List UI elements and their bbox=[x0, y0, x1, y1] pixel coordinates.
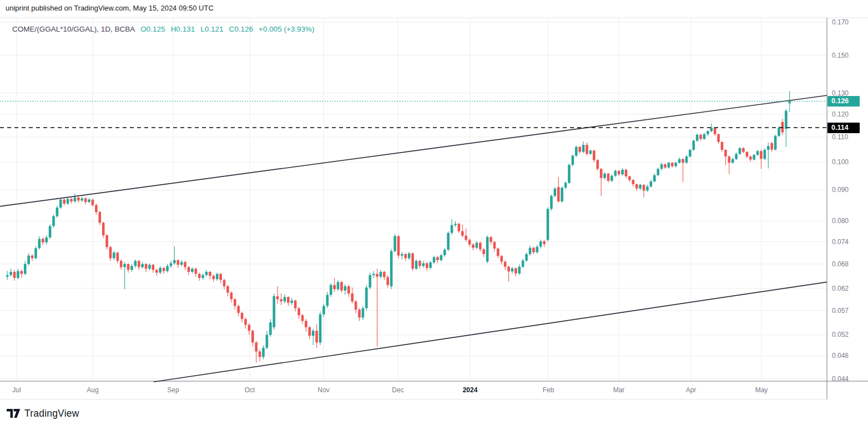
candle bbox=[557, 177, 560, 203]
candle bbox=[80, 196, 83, 202]
candle bbox=[760, 149, 763, 169]
candle bbox=[113, 251, 115, 260]
price-tick-label: 0.062 bbox=[832, 285, 849, 292]
price-tick-label: 0.044 bbox=[832, 375, 849, 383]
candle bbox=[489, 236, 492, 244]
candle bbox=[493, 241, 496, 251]
candle bbox=[653, 174, 656, 183]
time-tick-month: Mar bbox=[613, 386, 625, 394]
candle bbox=[369, 272, 371, 289]
candle bbox=[436, 256, 439, 263]
candle bbox=[340, 281, 343, 292]
candle bbox=[287, 296, 290, 306]
candle bbox=[198, 272, 201, 281]
candle bbox=[564, 181, 567, 190]
candle bbox=[507, 266, 510, 282]
candle bbox=[454, 221, 457, 227]
candle bbox=[596, 159, 599, 171]
candle bbox=[668, 161, 670, 169]
candle bbox=[447, 231, 450, 251]
candle bbox=[646, 185, 649, 192]
candle bbox=[337, 280, 340, 291]
candle bbox=[397, 235, 400, 258]
candle bbox=[305, 319, 307, 332]
legend-low: L0.121 bbox=[200, 25, 223, 33]
price-tick-label: 0.120 bbox=[832, 110, 849, 118]
candle bbox=[77, 196, 80, 203]
candle bbox=[610, 174, 613, 182]
time-tick-month: Oct bbox=[245, 386, 255, 394]
candle bbox=[393, 234, 396, 253]
candle bbox=[429, 261, 432, 269]
candle bbox=[674, 161, 677, 168]
candle bbox=[774, 135, 777, 151]
dashed-line-price-label: 0.114 bbox=[827, 123, 860, 133]
candle bbox=[767, 143, 770, 169]
candle bbox=[692, 139, 695, 151]
candle bbox=[724, 149, 727, 165]
candle bbox=[166, 264, 169, 273]
candle bbox=[92, 199, 94, 207]
candle bbox=[347, 285, 350, 297]
candle bbox=[500, 255, 503, 265]
candle bbox=[525, 252, 528, 262]
candle bbox=[88, 198, 90, 203]
candle bbox=[42, 237, 44, 245]
time-tick-month: Nov bbox=[317, 386, 329, 394]
candle bbox=[17, 269, 19, 279]
candle bbox=[84, 197, 87, 204]
candle bbox=[756, 150, 759, 156]
price-tick-label: 0.090 bbox=[832, 186, 849, 194]
price-tick-label: 0.080 bbox=[832, 217, 849, 225]
candle bbox=[433, 256, 436, 264]
time-tick-month: May bbox=[755, 386, 768, 394]
candle bbox=[141, 262, 144, 269]
candle bbox=[628, 176, 631, 182]
time-tick-month: Aug bbox=[87, 386, 98, 394]
candle bbox=[244, 317, 247, 328]
candle bbox=[482, 248, 485, 257]
candle bbox=[330, 284, 332, 297]
candle bbox=[24, 261, 27, 275]
footer-brand[interactable]: TradingView bbox=[7, 408, 79, 419]
candle bbox=[383, 271, 386, 280]
candle bbox=[443, 248, 446, 256]
candle bbox=[518, 264, 521, 275]
candle bbox=[134, 259, 137, 267]
candle bbox=[259, 350, 261, 362]
candle bbox=[476, 241, 478, 249]
candle bbox=[176, 259, 179, 267]
time-tick-month: Dec bbox=[392, 386, 403, 394]
candle bbox=[237, 305, 240, 316]
candle bbox=[660, 163, 663, 170]
candle bbox=[532, 247, 535, 254]
candle bbox=[6, 271, 9, 280]
candle bbox=[749, 156, 752, 162]
candle bbox=[326, 292, 329, 308]
candle bbox=[671, 162, 674, 168]
candle bbox=[109, 246, 112, 261]
candle bbox=[650, 180, 653, 188]
candle bbox=[45, 235, 48, 245]
time-tick-month: Feb bbox=[543, 386, 554, 394]
candle bbox=[315, 324, 318, 348]
candle bbox=[411, 252, 414, 271]
candle bbox=[721, 141, 724, 152]
candle bbox=[130, 264, 133, 272]
candle bbox=[163, 267, 165, 274]
candle bbox=[105, 234, 108, 250]
candle bbox=[572, 154, 574, 166]
candlestick-chart[interactable] bbox=[0, 0, 868, 425]
candle bbox=[561, 186, 563, 203]
candle bbox=[678, 158, 681, 164]
candle bbox=[188, 266, 190, 275]
candle bbox=[717, 134, 720, 144]
publish-attribution: uniprint published on TradingView.com, M… bbox=[6, 4, 214, 12]
candle bbox=[362, 306, 365, 320]
candle bbox=[635, 184, 638, 191]
candle bbox=[117, 252, 119, 263]
candle bbox=[152, 264, 155, 273]
candle bbox=[205, 270, 208, 276]
candle bbox=[735, 153, 738, 160]
chart-legend: COME/(GGAL*10/GGAL), 1D, BCBA O0.125 H0.… bbox=[12, 25, 315, 33]
